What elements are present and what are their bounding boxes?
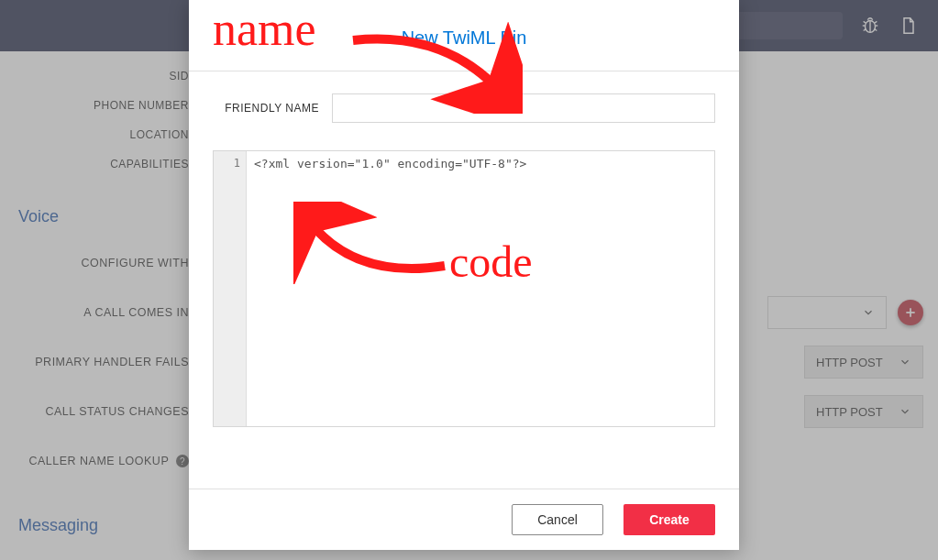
divider [189, 71, 739, 71]
new-twiml-bin-modal: New TwiML Bin FRIENDLY NAME 1 <?xml vers… [189, 0, 739, 550]
code-gutter: 1 [214, 151, 247, 426]
create-button[interactable]: Create [623, 504, 715, 535]
modal-title: New TwiML Bin [213, 27, 715, 49]
cancel-button[interactable]: Cancel [512, 504, 603, 535]
code-content[interactable]: <?xml version="1.0" encoding="UTF-8"?> [247, 151, 714, 426]
friendly-name-input[interactable] [332, 93, 715, 123]
twiml-code-editor[interactable]: 1 <?xml version="1.0" encoding="UTF-8"?> [213, 150, 715, 427]
line-number: 1 [214, 157, 240, 170]
friendly-name-label: FRIENDLY NAME [213, 102, 332, 115]
modal-footer: Cancel Create [189, 489, 739, 550]
